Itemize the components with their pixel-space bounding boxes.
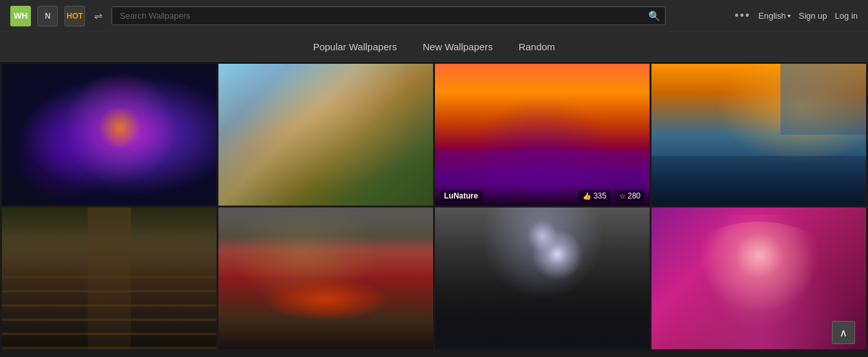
thumb-3-label: LuNature [440,190,482,202]
thumb-3-stars: ☆ 280 [615,190,644,202]
more-options-button[interactable]: ••• [735,9,751,23]
hot-icon-button[interactable]: HOT [64,6,85,26]
new-icon-button[interactable]: N [37,6,58,26]
wallpaper-2[interactable] [218,64,433,206]
header: WH N HOT ⇌ 🔍 ••• English ▾ Sign up Log i… [0,0,868,32]
language-arrow: ▾ [787,12,791,19]
login-link[interactable]: Log in [835,11,858,21]
thumb-3-stats: 👍 335 ☆ 280 [579,190,644,202]
gallery: LuNature 👍 335 ☆ 280 [0,62,868,351]
language-label: English [758,11,786,21]
wallpaper-4[interactable] [651,64,866,206]
scroll-to-top-button[interactable]: ∧ [832,321,855,344]
logo: WH [10,6,31,26]
thumb-3-overlay: LuNature 👍 335 ☆ 280 [435,186,650,206]
header-right: ••• English ▾ Sign up Log in [735,9,858,23]
wallpaper-3[interactable]: LuNature 👍 335 ☆ 280 [435,64,650,206]
nav-random[interactable]: Random [519,41,555,52]
signup-link[interactable]: Sign up [798,11,827,21]
search-bar: 🔍 [111,6,666,25]
search-input[interactable] [111,6,666,25]
thumb-3-likes: 👍 335 [579,190,610,202]
wallpaper-6[interactable] [218,207,433,349]
shuffle-button[interactable]: ⇌ [92,7,105,24]
nav-new[interactable]: New Wallpapers [423,41,493,52]
wallpaper-5[interactable] [2,207,217,349]
star-icon: ☆ [619,192,626,200]
wallpaper-1[interactable] [2,64,217,206]
language-selector[interactable]: English ▾ [758,11,791,21]
wallpaper-7[interactable] [435,207,650,349]
auth-links: Sign up Log in [798,11,858,21]
main-nav: Popular Wallpapers New Wallpapers Random [0,32,868,62]
nav-popular[interactable]: Popular Wallpapers [313,41,397,52]
search-icon[interactable]: 🔍 [648,10,661,22]
like-icon: 👍 [583,192,592,200]
